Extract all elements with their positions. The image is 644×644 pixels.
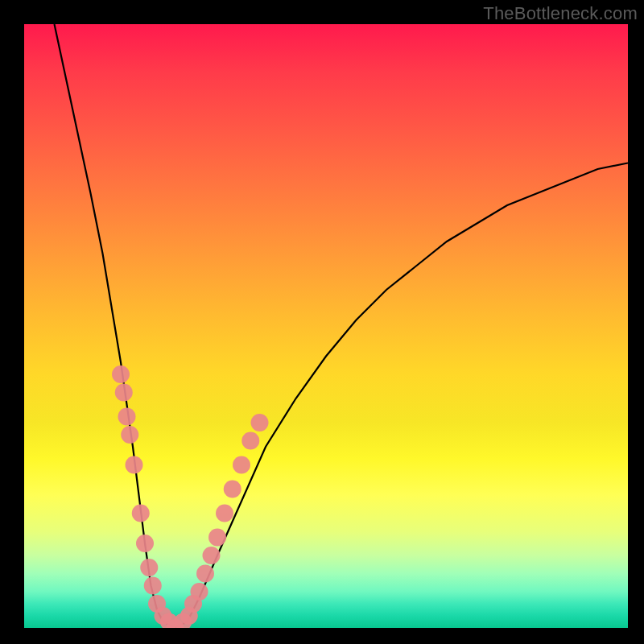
data-marker	[112, 365, 130, 383]
data-marker	[196, 565, 214, 583]
plot-area	[24, 24, 628, 628]
watermark-text: TheBottleneck.com	[483, 3, 638, 24]
data-marker	[144, 577, 162, 595]
data-marker	[118, 408, 136, 426]
data-marker	[224, 481, 242, 498]
chart-svg	[24, 24, 628, 628]
data-marker	[126, 456, 143, 474]
data-marker	[203, 547, 221, 564]
data-marker	[242, 432, 259, 450]
data-marker	[121, 426, 138, 444]
data-marker	[191, 583, 208, 601]
data-marker	[115, 384, 133, 402]
data-marker	[251, 414, 269, 431]
data-marker	[216, 505, 233, 522]
data-marker	[140, 559, 158, 576]
data-marker	[233, 456, 250, 474]
chart-frame: TheBottleneck.com	[0, 0, 644, 644]
marker-layer	[112, 365, 269, 628]
data-marker	[132, 505, 150, 522]
data-marker	[208, 529, 226, 547]
data-marker	[136, 535, 154, 552]
